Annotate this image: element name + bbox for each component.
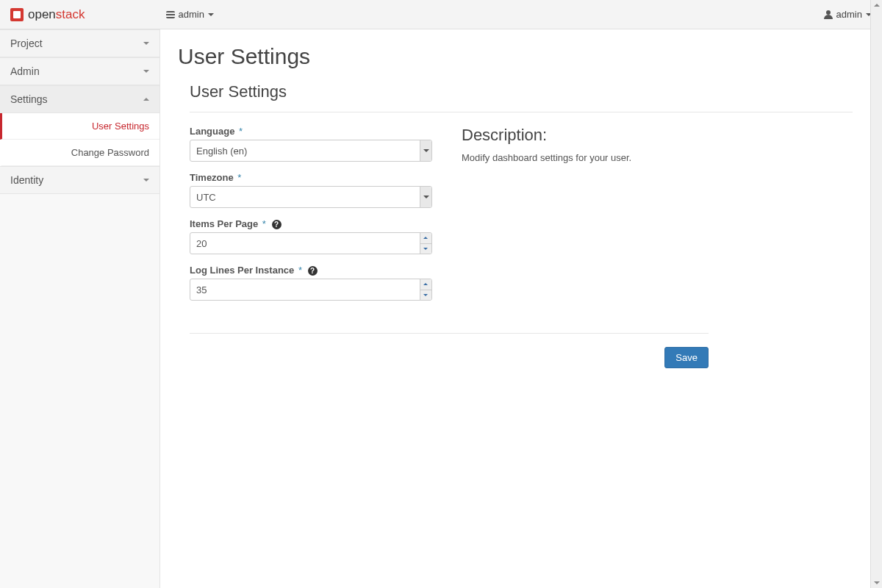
timezone-value: UTC [196, 192, 216, 203]
dropdown-toggle-icon [420, 140, 431, 161]
field-items-per-page: Items Per Page * ? 20 [190, 218, 432, 254]
language-value: English (en) [196, 146, 247, 157]
scroll-up-icon [873, 1, 880, 9]
sidebar-item-change-password[interactable]: Change Password [0, 140, 159, 166]
description-text: Modify dashboard settings for your user. [462, 152, 726, 163]
scroll-down-icon [873, 579, 880, 587]
sidebar-group-settings[interactable]: Settings [0, 86, 159, 113]
sidebar-item-user-settings[interactable]: User Settings [0, 113, 159, 140]
field-timezone: Timezone * UTC [190, 172, 432, 208]
log-lines-input[interactable]: 35 [190, 279, 432, 301]
sidebar-group-identity[interactable]: Identity [0, 167, 159, 194]
chevron-down-icon [143, 70, 149, 73]
openstack-logo-icon [10, 8, 24, 21]
project-dropdown[interactable]: admin [166, 9, 214, 20]
items-per-page-label: Items Per Page * ? [190, 218, 432, 229]
brand-text: openstack [28, 7, 85, 22]
field-log-lines: Log Lines Per Instance * ? 35 [190, 265, 432, 301]
help-icon[interactable]: ? [272, 220, 282, 229]
spinner-icon[interactable] [420, 233, 431, 254]
sidebar-group-project[interactable]: Project [0, 30, 159, 57]
chevron-up-icon [143, 98, 149, 101]
user-label: admin [836, 9, 862, 20]
log-lines-label: Log Lines Per Instance * ? [190, 265, 432, 276]
chevron-down-icon [143, 179, 149, 182]
save-button[interactable]: Save [664, 347, 709, 368]
divider [190, 112, 853, 112]
language-select[interactable]: English (en) [190, 140, 432, 162]
log-lines-value: 35 [196, 284, 207, 295]
dropdown-toggle-icon [420, 187, 431, 207]
spinner-icon[interactable] [420, 279, 431, 300]
items-per-page-value: 20 [196, 238, 207, 249]
database-icon [166, 11, 175, 18]
sidebar-group-admin[interactable]: Admin [0, 58, 159, 85]
timezone-label: Timezone * [190, 172, 432, 183]
project-label: admin [179, 9, 204, 20]
page-title: User Settings [178, 44, 864, 69]
form-actions: Save [190, 333, 709, 368]
topbar: openstack admin admin [0, 0, 882, 29]
window-scrollbar[interactable] [870, 0, 882, 588]
user-dropdown[interactable]: admin [824, 9, 872, 20]
chevron-down-icon [143, 42, 149, 45]
description-title: Description: [462, 126, 726, 145]
main-content: User Settings User Settings Language * E… [160, 29, 882, 588]
help-icon[interactable]: ? [308, 266, 318, 276]
section-title: User Settings [190, 82, 853, 101]
language-label: Language * [190, 126, 432, 137]
brand[interactable]: openstack [10, 7, 85, 22]
sidebar: Project Admin Settings User Settings Cha… [0, 29, 160, 588]
user-icon [824, 10, 833, 19]
caret-down-icon [208, 13, 214, 16]
field-language: Language * English (en) [190, 126, 432, 162]
items-per-page-input[interactable]: 20 [190, 232, 432, 254]
timezone-select[interactable]: UTC [190, 186, 432, 208]
